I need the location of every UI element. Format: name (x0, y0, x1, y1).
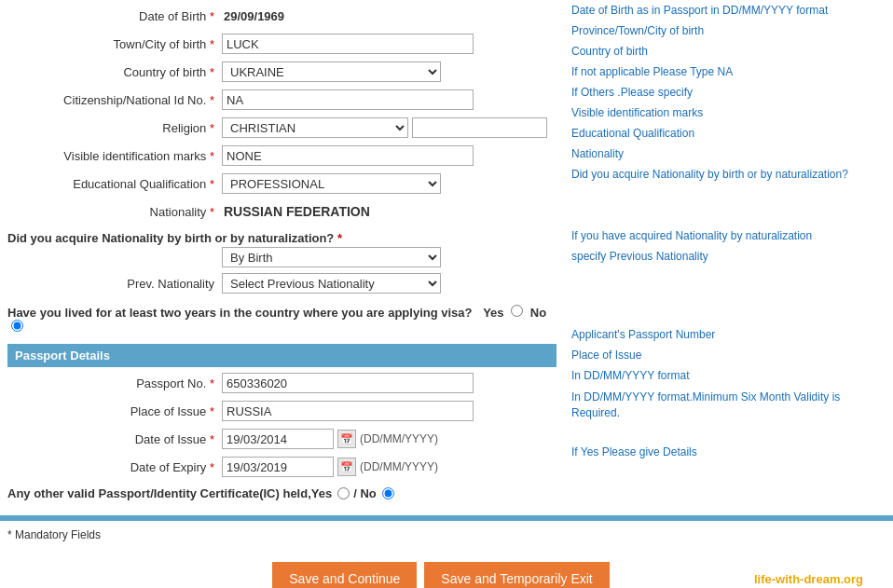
naturalization-select[interactable]: By Birth By Naturalization (222, 247, 441, 267)
form-area: Date of Birth * 29/09/1969 Town/City of … (0, 0, 893, 508)
date-of-issue-calendar-icon[interactable]: 📅 (337, 430, 356, 448)
two-years-no-radio[interactable] (11, 320, 23, 332)
hint-spacer-3 (571, 270, 886, 326)
nationality-label: Nationality * (7, 205, 222, 219)
date-of-expiry-calendar-icon[interactable]: 📅 (337, 458, 356, 476)
date-of-issue-row: Date of Issue * 📅 (DD/MM/YYYY) (7, 427, 556, 451)
hint-spacer-1 (571, 188, 886, 207)
hint-ic-yes: If Yes Please give Details (571, 445, 886, 464)
nationality-value: RUSSIAN FEDERATION (222, 204, 370, 219)
buttons-row: Save and Continue Save and Temporarily E… (225, 553, 658, 588)
passport-no-row: Passport No. * (7, 371, 556, 395)
educational-label: Educational Qualification * (7, 177, 222, 191)
date-of-expiry-input[interactable] (222, 457, 334, 477)
country-of-birth-row: Country of birth * UKRAINE (7, 60, 556, 84)
date-of-issue-format: (DD/MM/YYYY) (360, 432, 438, 445)
date-of-issue-input[interactable] (222, 429, 334, 449)
educational-select[interactable]: PROFESSIONAL (222, 173, 441, 194)
date-of-expiry-group: 📅 (DD/MM/YYYY) (222, 457, 438, 477)
footer-row: Save and Continue Save and Temporarily E… (0, 545, 893, 588)
right-hints: Date of Birth as in Passport in DD/MM/YY… (564, 0, 893, 508)
religion-select[interactable]: CHRISTIAN (222, 117, 408, 138)
passport-no-label: Passport No. * (7, 376, 222, 390)
nationality-row: Nationality * RUSSIAN FEDERATION (7, 199, 556, 224)
town-city-label: Town/City of birth * (7, 37, 222, 51)
place-of-issue-label: Place of Issue * (7, 404, 222, 418)
blue-divider (0, 515, 893, 521)
mandatory-note: * Mandatory Fields (0, 525, 893, 545)
date-of-issue-group: 📅 (DD/MM/YYYY) (222, 429, 438, 449)
citizenship-label: Citizenship/National Id No. * (7, 93, 222, 107)
town-city-row: Town/City of birth * (7, 32, 556, 56)
hint-town: Province/Town/City of birth (571, 24, 886, 43)
date-of-birth-row: Date of Birth * 29/09/1969 (7, 4, 556, 28)
ic-no-radio[interactable] (382, 487, 394, 499)
citizenship-row: Citizenship/National Id No. * (7, 88, 556, 112)
hint-date-of-issue: In DD/MM/YYYY format (571, 369, 886, 388)
hint-naturalization: Did you acquire Nationality by birth or … (571, 168, 886, 186)
hint-prev-nat-1: If you have acquired Nationality by natu… (571, 229, 886, 248)
save-continue-button[interactable]: Save and Continue (272, 562, 417, 588)
hint-spacer-2 (571, 209, 886, 227)
hint-spacer-4 (571, 425, 886, 444)
hint-educational: Educational Qualification (571, 127, 886, 145)
date-of-birth-value: 29/09/1969 (222, 9, 284, 23)
town-city-input[interactable] (222, 34, 474, 54)
passport-section-header: Passport Details (7, 344, 556, 367)
religion-extra-input[interactable] (412, 117, 547, 138)
hint-visible-marks: Visible identification marks (571, 106, 886, 125)
hint-religion: If Others .Please specify (571, 86, 886, 104)
passport-no-input[interactable] (222, 373, 474, 393)
prev-nationality-select[interactable]: Select Previous Nationality (222, 273, 441, 294)
required-marker: * (210, 9, 214, 23)
place-of-issue-row: Place of Issue * (7, 399, 556, 423)
country-of-birth-select[interactable]: UKRAINE (222, 62, 441, 82)
naturalization-select-row: By Birth By Naturalization (222, 247, 556, 267)
country-of-birth-label: Country of birth * (7, 65, 222, 79)
educational-row: Educational Qualification * PROFESSIONAL (7, 171, 556, 196)
visible-marks-row: Visible identification marks * (7, 144, 556, 168)
save-exit-button[interactable]: Save and Temporarily Exit (424, 562, 609, 588)
religion-row: Religion * CHRISTIAN (7, 116, 556, 140)
hint-date-of-expiry: In DD/MM/YYYY format.Minimum Six Month V… (571, 390, 886, 423)
visible-marks-label: Visible identification marks * (7, 149, 222, 163)
date-of-birth-label: Date of Birth * (7, 9, 222, 23)
date-of-expiry-row: Date of Expiry * 📅 (DD/MM/YYYY) (7, 455, 556, 479)
left-form: Date of Birth * 29/09/1969 Town/City of … (0, 0, 564, 508)
prev-nationality-row: Prev. Nationality Select Previous Nation… (7, 271, 556, 295)
hint-place-of-issue: Place of Issue (571, 349, 886, 367)
naturalization-question: Did you acquire Nationality by birth or … (7, 227, 556, 247)
hint-country: Country of birth (571, 45, 886, 63)
date-of-expiry-label: Date of Expiry * (7, 460, 222, 474)
citizenship-input[interactable] (222, 89, 474, 110)
hint-citizenship: If not applicable Please Type NA (571, 65, 886, 84)
place-of-issue-input[interactable] (222, 401, 474, 421)
two-years-question: Have you lived for at least two years in… (7, 299, 556, 336)
two-years-yes-radio[interactable] (511, 305, 523, 317)
prev-nationality-label: Prev. Nationality (7, 277, 222, 291)
ic-row: Any other valid Passport/Identity Certif… (7, 483, 556, 504)
main-container: Date of Birth * 29/09/1969 Town/City of … (0, 0, 893, 588)
hint-dob: Date of Birth as in Passport in DD/MM/YY… (571, 4, 886, 22)
hint-passport-no: Applicant's Passport Number (571, 328, 886, 347)
hint-prev-nat-2: specify Previous Nationality (571, 250, 886, 268)
hint-nationality: Nationality (571, 147, 886, 166)
site-link: life-with-dream.org (754, 572, 874, 586)
visible-marks-input[interactable] (222, 145, 474, 166)
religion-label: Religion * (7, 121, 222, 135)
date-of-expiry-format: (DD/MM/YYYY) (360, 460, 438, 473)
ic-yes-radio[interactable] (337, 487, 350, 499)
date-of-issue-label: Date of Issue * (7, 432, 222, 446)
